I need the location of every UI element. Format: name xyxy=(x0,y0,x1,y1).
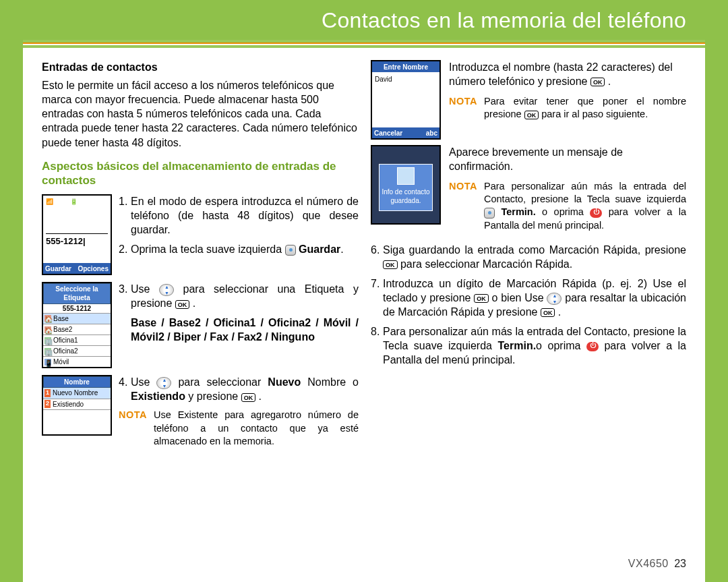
step-block-1: 📶 🔋 555-1212| Guardar Opciones 1.En el m… xyxy=(42,194,359,275)
step-8: 8.Para personalizar aún más la entrada d… xyxy=(371,324,686,367)
divider xyxy=(23,42,705,44)
note-label: NOTA xyxy=(449,180,477,232)
ok-key-icon: OK xyxy=(175,300,190,309)
intro-paragraph: Esto le permite un fácil acceso a los nú… xyxy=(42,78,359,150)
nav-key-icon xyxy=(159,284,174,296)
dialed-number: 555-1212| xyxy=(46,233,108,247)
step-block-3: Nombre 1Nuevo Nombre 2Existiendo 4.Use p… xyxy=(42,375,359,453)
confirm-text: Aparece brevemente un mensaje de confirm… xyxy=(449,145,686,173)
list-title: Seleccione la Etiqueta xyxy=(43,283,111,303)
list-item: 📱Móvil xyxy=(43,357,111,368)
disk-icon xyxy=(397,167,415,185)
screen-title: Entre Nombre xyxy=(374,63,437,71)
step-7: 7.Introduzca un dígito de Marcación Rápi… xyxy=(371,277,686,319)
ok-key-icon: OK xyxy=(383,260,398,269)
nav-key-icon xyxy=(156,377,171,389)
section-heading: Entradas de contactos xyxy=(42,60,359,74)
list-item: 🏠Base xyxy=(43,314,111,324)
page-number: 23 xyxy=(674,558,686,569)
end-key-icon xyxy=(590,208,602,218)
page: Contactos en la memoria del teléfono Ent… xyxy=(23,0,705,582)
list-item: 🏢Oficina2 xyxy=(43,346,111,357)
softkey-right: abc xyxy=(426,129,437,137)
softkey-left: Cancelar xyxy=(374,129,402,137)
page-footer: VX4650 23 xyxy=(628,558,686,570)
ok-key-icon: OK xyxy=(590,78,605,86)
note-label: NOTA xyxy=(449,95,477,121)
ok-key-icon: OK xyxy=(241,393,256,402)
list-title: Nombre xyxy=(43,376,111,388)
step-3: 3.Use para seleccionar una Etiqueta y pr… xyxy=(119,282,359,310)
list-item: 1Nuevo Nombre xyxy=(43,388,111,399)
phone-screenshot-entername: Entre Nombre David Cancelar abc xyxy=(371,60,441,140)
label-options: Base / Base2 / Oficina1 / Oficina2 / Móv… xyxy=(119,316,359,344)
note-2: NOTA Para evitar tener que poner el nomb… xyxy=(449,95,686,121)
page-title: Contactos en la memoria del teléfono xyxy=(23,0,705,40)
step-4: 4.Use para seleccionar Nuevo Nombre o Ex… xyxy=(119,375,359,403)
right-column: Entre Nombre David Cancelar abc Introduz… xyxy=(371,60,686,460)
step-6: 6.Siga guardando la entrada como Marcaci… xyxy=(371,243,686,271)
step-block-2: Seleccione la Etiqueta 555-1212 🏠Base 🏠B… xyxy=(42,282,359,368)
nav-key-icon xyxy=(547,293,562,305)
note-3: NOTA Para personalizar aún más la entrad… xyxy=(449,180,686,232)
step-1: 1.En el modo de espera introduzca el núm… xyxy=(119,194,359,237)
end-key-icon xyxy=(586,342,599,351)
step-2: 2.Oprima la tecla suave izquierda Guarda… xyxy=(119,242,359,256)
phone-screenshot-dial: 📶 🔋 555-1212| Guardar Opciones xyxy=(42,194,112,275)
ok-key-icon: OK xyxy=(524,111,539,119)
softkey-icon xyxy=(484,208,495,219)
note-label: NOTA xyxy=(119,409,147,447)
list-item: 🏢Oficina1 xyxy=(43,335,111,346)
step-block-confirm: Info de contacto guardada. Aparece breve… xyxy=(371,145,686,237)
softkey-icon xyxy=(285,245,296,256)
phone-screenshot-name: Nombre 1Nuevo Nombre 2Existiendo xyxy=(42,375,112,436)
subsection-heading: Aspectos básicos del almacenamiento de e… xyxy=(42,159,359,188)
left-column: Entradas de contactos Esto le permite un… xyxy=(42,60,359,460)
model-number: VX4650 xyxy=(628,558,669,569)
ok-key-icon: OK xyxy=(474,294,489,303)
dialog-line: guardada. xyxy=(382,196,430,205)
list-item: 2Existiendo xyxy=(43,399,111,410)
list-item: 🏠Base2 xyxy=(43,324,111,335)
ok-key-icon: OK xyxy=(541,308,555,317)
entered-text: David xyxy=(375,76,392,83)
phone-screenshot-saved: Info de contacto guardada. xyxy=(371,145,441,225)
list-number: 555-1212 xyxy=(43,304,111,314)
softkey-left: Guardar xyxy=(45,264,71,272)
note-1: NOTA Use Existente para agregarotro núme… xyxy=(119,409,359,447)
step-block-5: Entre Nombre David Cancelar abc Introduz… xyxy=(371,60,686,140)
dialog-line: Info de contacto xyxy=(382,187,430,196)
softkey-right: Opciones xyxy=(78,264,109,272)
step-5: Introduzca el nombre (hasta 22 caractere… xyxy=(449,60,686,88)
divider xyxy=(23,45,705,48)
phone-screenshot-label: Seleccione la Etiqueta 555-1212 🏠Base 🏠B… xyxy=(42,282,112,368)
content: Entradas de contactos Esto le permite un… xyxy=(23,55,705,460)
